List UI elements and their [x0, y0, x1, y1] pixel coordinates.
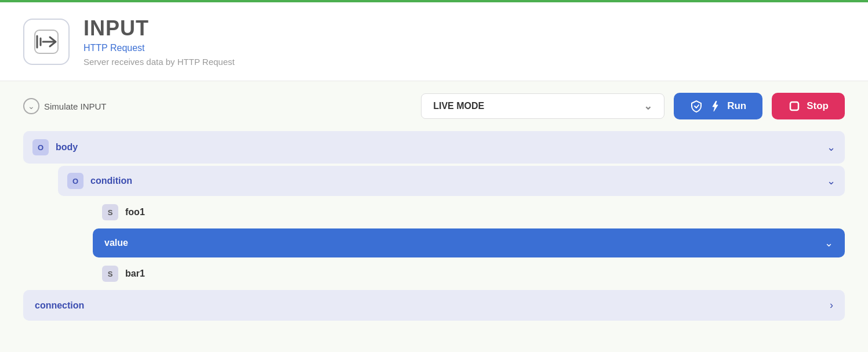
- chevron-condition: ⌄: [827, 175, 836, 187]
- tree-label-condition: condition: [90, 176, 827, 186]
- tree-area: O body ⌄ O condition ⌄ S foo1 value ⌄ S …: [0, 131, 868, 321]
- simulate-chevron-icon: ⌄: [23, 98, 39, 114]
- chevron-body: ⌄: [827, 141, 836, 154]
- subtitle-link: HTTP Request: [83, 43, 235, 53]
- run-icon: [690, 100, 703, 113]
- tree-label-connection: connection: [35, 300, 830, 311]
- tree-label-bar1: bar1: [125, 268, 836, 279]
- badge-s-bar1: S: [102, 266, 118, 282]
- mode-chevron-icon: ⌄: [644, 100, 652, 113]
- tree-row-bar1[interactable]: S bar1: [93, 260, 845, 288]
- subtitle-desc: Server receives data by HTTP Request: [83, 57, 235, 67]
- tree-row-foo1[interactable]: S foo1: [93, 198, 845, 226]
- stop-label: Stop: [807, 100, 829, 112]
- simulate-label: Simulate INPUT: [44, 101, 107, 111]
- lightning-icon: [709, 100, 721, 113]
- tree-row-body[interactable]: O body ⌄: [23, 131, 845, 164]
- badge-o-body: O: [32, 139, 49, 155]
- chevron-value: ⌄: [825, 237, 833, 249]
- stop-icon: [788, 100, 801, 113]
- input-icon-box: [23, 19, 70, 65]
- tree-row-value[interactable]: value ⌄: [93, 228, 845, 257]
- header: INPUT HTTP Request Server receives data …: [0, 2, 868, 81]
- tree-label-body: body: [56, 142, 827, 153]
- badge-s-foo1: S: [102, 204, 118, 220]
- tree-label-value: value: [104, 238, 825, 248]
- badge-o-condition: O: [67, 173, 83, 189]
- toolbar: ⌄ Simulate INPUT LIVE MODE ⌄ Run Stop: [0, 81, 868, 131]
- simulate-toggle[interactable]: ⌄ Simulate INPUT: [23, 98, 107, 114]
- input-arrow-icon: [32, 28, 60, 56]
- tree-row-connection[interactable]: connection ›: [23, 290, 845, 321]
- mode-select-label: LIVE MODE: [433, 101, 484, 111]
- run-button[interactable]: Run: [674, 93, 762, 119]
- svg-rect-4: [790, 102, 798, 110]
- page-title: INPUT: [83, 16, 235, 41]
- mode-select[interactable]: LIVE MODE ⌄: [421, 93, 664, 119]
- run-label: Run: [727, 100, 746, 112]
- tree-row-condition[interactable]: O condition ⌄: [58, 166, 845, 196]
- stop-button[interactable]: Stop: [772, 93, 845, 119]
- chevron-connection: ›: [830, 299, 833, 311]
- tree-label-foo1: foo1: [125, 207, 836, 217]
- header-title-group: INPUT HTTP Request Server receives data …: [83, 16, 235, 67]
